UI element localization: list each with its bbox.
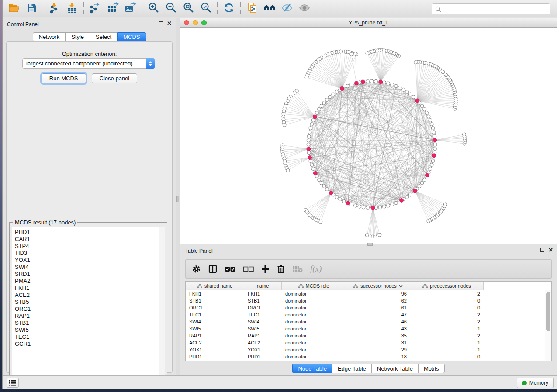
close-table-panel-icon[interactable]: ✕	[548, 248, 553, 252]
table-row[interactable]: PHD1PHD1dominator180	[186, 353, 544, 360]
table-row[interactable]: SWI4SWI4dominator462	[186, 318, 544, 325]
toolbar-separator	[240, 2, 241, 15]
mcds-result-item[interactable]: FKH1	[15, 285, 164, 292]
mcds-result-item[interactable]: SWI4	[15, 264, 164, 271]
tab-node-table[interactable]: Node Table	[292, 364, 332, 373]
table-scrollbar[interactable]	[545, 290, 551, 361]
hide-selected-button[interactable]	[278, 1, 296, 17]
table-cell: 43	[346, 325, 410, 332]
mcds-result-item[interactable]: ACE2	[15, 292, 164, 299]
split-columns-button[interactable]	[208, 265, 217, 273]
list-icon	[9, 380, 16, 386]
import-table-button[interactable]	[63, 1, 81, 17]
table-row[interactable]: ACE2ACE2connector311	[186, 339, 544, 346]
tab-edge-table[interactable]: Edge Table	[332, 364, 371, 373]
table-cell: STB1	[186, 297, 244, 304]
mcds-list-scrollbar[interactable]	[159, 227, 165, 382]
zoom-in-button[interactable]	[145, 1, 162, 17]
close-panel-button[interactable]: Close panel	[92, 73, 138, 83]
search-input[interactable]	[443, 6, 547, 12]
mcds-result-item[interactable]: STP4	[15, 243, 164, 250]
table-toolbar: f(x)	[185, 259, 552, 279]
unselect-all-rows-button[interactable]	[243, 266, 254, 272]
search-field[interactable]	[432, 3, 550, 14]
refresh-layout-button[interactable]	[220, 1, 238, 17]
table-settings-button[interactable]	[192, 265, 201, 274]
divider-drag-handle[interactable]	[176, 196, 179, 202]
show-all-button[interactable]	[296, 1, 313, 17]
refresh-icon	[223, 2, 235, 15]
select-all-rows-button[interactable]	[225, 266, 235, 272]
close-panel-icon[interactable]: ✕	[167, 21, 172, 25]
mcds-result-item[interactable]: SWI5	[15, 327, 164, 334]
export-table-button[interactable]	[104, 1, 121, 17]
tab-network-table[interactable]: Network Table	[371, 364, 418, 373]
table-row[interactable]: FKH1FKH1dominator962	[186, 290, 544, 297]
control-panel-tabs: NetworkStyleSelectMCDS	[32, 32, 146, 41]
table-row[interactable]: SWI5SWI5connector431	[186, 325, 544, 332]
column-header-MCDS-role[interactable]: MCDS role	[282, 282, 346, 290]
import-table-icon	[66, 2, 78, 15]
column-header-successor-nodes[interactable]: successor nodes	[346, 282, 410, 290]
open-session-button[interactable]	[5, 1, 23, 17]
mcds-result-item[interactable]: CAR1	[15, 236, 164, 243]
table-scrollbar-thumb[interactable]	[546, 292, 550, 331]
tab-select[interactable]: Select	[90, 32, 117, 41]
delete-table-button[interactable]	[292, 265, 303, 272]
tab-motifs[interactable]: Motifs	[418, 364, 445, 373]
tab-style[interactable]: Style	[65, 32, 90, 41]
save-session-button[interactable]	[23, 1, 40, 17]
mcds-result-item[interactable]: RAP1	[15, 313, 164, 320]
table-row[interactable]: YOX1YOX1connector291	[186, 346, 544, 353]
show-task-history-button[interactable]	[7, 378, 19, 388]
apply-function-button[interactable]: f(x)	[310, 264, 322, 274]
column-header-predecessor-nodes[interactable]: predecessor nodes	[410, 282, 484, 290]
table-cell: dominator	[282, 332, 346, 339]
zoom-fit-icon	[183, 2, 194, 15]
mcds-result-item[interactable]: TEC1	[15, 334, 164, 340]
add-column-button[interactable]	[261, 265, 270, 273]
zoom-fit-button[interactable]	[180, 1, 197, 17]
import-network-button[interactable]	[46, 1, 63, 17]
delete-column-button[interactable]	[277, 265, 285, 273]
table-row[interactable]: ORC1ORC1dominator610	[186, 304, 544, 311]
eye-slash-icon	[281, 3, 293, 15]
zoom-out-button[interactable]	[162, 1, 180, 17]
memory-button[interactable]: Memory	[517, 378, 554, 388]
tab-network[interactable]: Network	[32, 32, 65, 41]
table-row[interactable]: TEC1TEC1connector472	[186, 311, 544, 318]
first-neighbors-button[interactable]	[261, 1, 278, 17]
mcds-result-item[interactable]: YOX1	[15, 257, 164, 264]
node-table: shared namenameMCDS rolesuccessor nodesp…	[185, 281, 552, 361]
column-header-name[interactable]: name	[244, 282, 282, 290]
mcds-result-item[interactable]: PHD1	[15, 229, 164, 236]
float-panel-icon[interactable]	[159, 21, 163, 25]
mcds-result-item[interactable]: ORC1	[15, 306, 164, 313]
float-table-panel-icon[interactable]	[540, 248, 544, 252]
export-network-button[interactable]	[86, 1, 104, 17]
mcds-result-item[interactable]: STB1	[15, 320, 164, 327]
table-cell: PHD1	[244, 353, 282, 360]
mcds-result-item[interactable]: TID3	[15, 250, 164, 257]
network-canvas[interactable]	[180, 28, 557, 244]
column-header-shared-name[interactable]: shared name	[186, 282, 244, 290]
mcds-result-item[interactable]: GCR1	[15, 340, 164, 347]
copy-network-button[interactable]	[243, 1, 261, 17]
table-cell: 46	[346, 318, 410, 325]
zoom-selected-button[interactable]	[197, 1, 214, 17]
criterion-select[interactable]: largest connected component (undirected)	[22, 58, 155, 69]
zoom-selected-icon	[200, 2, 211, 15]
table-cell: 0	[410, 304, 484, 311]
mcds-result-item[interactable]: PMA2	[15, 278, 164, 285]
table-row[interactable]: RAP1RAP1dominator352	[186, 332, 544, 339]
table-panel-drag-handle[interactable]	[367, 243, 373, 246]
mcds-result-item[interactable]: STB5	[15, 299, 164, 306]
table-row[interactable]: STB1STB1dominator620	[186, 297, 544, 304]
mcds-result-list[interactable]: PHD1CAR1STP4TID3YOX1SWI4SRD1PMA2FKH1ACE2…	[12, 227, 165, 382]
table-cell: 1	[410, 325, 484, 332]
mcds-result-item[interactable]: SRD1	[15, 271, 164, 278]
run-mcds-button[interactable]: Run MCDS	[42, 73, 86, 83]
tab-mcds[interactable]: MCDS	[117, 32, 146, 41]
export-image-button[interactable]	[121, 1, 139, 17]
panel-divider-vertical[interactable]	[176, 18, 180, 375]
